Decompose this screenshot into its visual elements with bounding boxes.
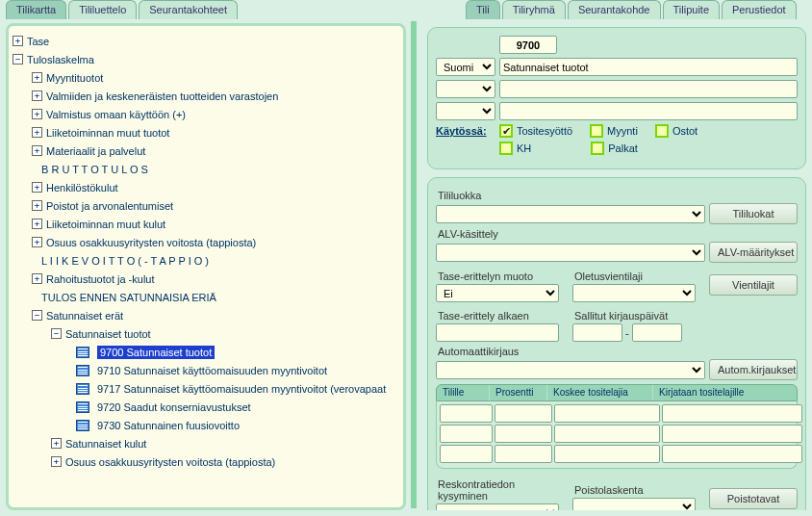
tililuokka-select[interactable] <box>436 205 705 223</box>
tree-node[interactable]: Rahoitustuotot ja -kulut <box>46 273 155 285</box>
tab-tililuettelo[interactable]: Tililuettelo <box>68 0 137 19</box>
alv-button[interactable]: ALV-määritykset <box>709 242 798 263</box>
tree-leaf-9710[interactable]: 9710 Satunnaiset käyttöomaisuuden myynti… <box>97 365 327 376</box>
tree-leaf-9700[interactable]: 9700 Satunnaiset tuotot <box>97 346 215 359</box>
panel-divider[interactable] <box>411 21 417 508</box>
reskontra-select[interactable] <box>436 503 559 510</box>
oletusvientilaji-select[interactable] <box>572 284 696 302</box>
tree-leaf-9720[interactable]: 9720 Saadut konserniavustukset <box>97 401 251 413</box>
cb-label: KH <box>517 142 531 154</box>
tase-muoto-select[interactable]: Ei <box>436 284 559 302</box>
collapse-icon[interactable]: − <box>13 54 23 64</box>
tree-node-tase[interactable]: Tase <box>27 36 49 47</box>
date-to-input[interactable] <box>632 323 682 342</box>
tab-tiliryhma[interactable]: Tiliryhmä <box>502 0 566 19</box>
tab-tili[interactable]: Tili <box>466 0 500 19</box>
alv-select[interactable] <box>436 244 705 262</box>
cell-kirjataan[interactable] <box>662 425 802 443</box>
tree-node[interactable]: Osuus osakkuusyritysten voitosta (tappio… <box>46 237 256 248</box>
account-tree[interactable]: +Tase −Tuloslaskelma +Myyntituotot +Valm… <box>13 32 399 471</box>
collapse-icon[interactable]: − <box>32 310 42 321</box>
expand-icon[interactable]: + <box>32 237 42 247</box>
th-prosentti: Prosentti <box>490 385 547 400</box>
tree-node-liikevoitto[interactable]: L I I K E V O I T T O ( - T A P P I O ) <box>41 255 209 267</box>
cell-prosentti[interactable] <box>495 404 552 423</box>
tree-panel: +Tase −Tuloslaskelma +Myyntituotot +Valm… <box>6 23 406 510</box>
expand-icon[interactable]: + <box>32 145 42 156</box>
cell-prosentti[interactable] <box>495 445 552 463</box>
date-from-input[interactable] <box>572 323 622 342</box>
expand-icon[interactable]: + <box>32 127 42 138</box>
cell-tilille[interactable] <box>440 425 493 443</box>
cell-koskee[interactable] <box>554 404 660 423</box>
kaytossa-label: Käytössä: <box>436 125 495 137</box>
tree-node-satunnaiset-tuotot[interactable]: Satunnaiset tuotot <box>65 328 151 340</box>
tree-node[interactable]: Valmiiden ja keskeneräisten tuotteiden v… <box>46 90 278 102</box>
automaatti-select[interactable] <box>436 361 705 379</box>
language-select-2[interactable] <box>436 80 495 98</box>
cb-label: Myynti <box>607 125 638 137</box>
checkbox-myynti[interactable] <box>590 124 603 138</box>
account-icon <box>76 383 89 395</box>
tililuokat-button[interactable]: Tililuokat <box>709 203 798 224</box>
name3-input[interactable] <box>499 102 798 120</box>
poistotavat-button[interactable]: Poistotavat <box>709 488 798 509</box>
expand-icon[interactable]: + <box>13 36 23 46</box>
account-number-input[interactable] <box>499 36 557 54</box>
tree-node[interactable]: Liiketoiminnan muut tuotot <box>46 127 169 139</box>
expand-icon[interactable]: + <box>32 200 42 211</box>
cell-kirjataan[interactable] <box>662 404 802 423</box>
tree-node[interactable]: Myyntituotot <box>46 72 103 84</box>
collapse-icon[interactable]: − <box>51 328 62 339</box>
cell-koskee[interactable] <box>554 445 660 463</box>
tase-alkaen-input[interactable] <box>436 323 559 342</box>
language-select[interactable]: Suomi <box>436 58 495 76</box>
tree-leaf-9717[interactable]: 9717 Satunnaiset käyttöomaisuuden myynti… <box>97 383 386 395</box>
autom-button[interactable]: Autom.kirjaukset <box>709 359 798 380</box>
tree-node[interactable]: Satunnaiset kulut <box>65 438 146 450</box>
th-koskee: Koskee tositelajia <box>547 385 653 400</box>
expand-icon[interactable]: + <box>32 273 42 284</box>
vientilajit-button[interactable]: Vientilajit <box>709 274 798 296</box>
language-select-3[interactable] <box>436 102 495 120</box>
tree-node-bruttotulos[interactable]: B R U T T O T U L O S <box>41 164 148 175</box>
cell-tilille[interactable] <box>440 404 493 423</box>
account-icon <box>76 401 89 413</box>
expand-icon[interactable]: + <box>32 72 42 83</box>
tase-muoto-label: Tase-erittelyn muoto <box>438 271 559 282</box>
tab-seurantakohde[interactable]: Seurantakohde <box>568 0 661 19</box>
cell-koskee[interactable] <box>554 425 660 443</box>
tree-node-satunnaiset-erat[interactable]: Satunnaiset erät <box>46 310 123 322</box>
expand-icon[interactable]: + <box>51 456 62 467</box>
expand-icon[interactable]: + <box>32 109 42 119</box>
tree-node[interactable]: Osuus osakkuusyritysten voitosta (tappio… <box>65 456 275 468</box>
tree-node-tuloslaskelma[interactable]: Tuloslaskelma <box>27 54 94 65</box>
tree-leaf-9730[interactable]: 9730 Satunnainen fuusiovoitto <box>97 420 240 431</box>
expand-icon[interactable]: + <box>32 219 42 229</box>
checkbox-kh[interactable] <box>499 142 513 155</box>
expand-icon[interactable]: + <box>32 182 42 193</box>
checkbox-palkat[interactable] <box>591 142 604 155</box>
name2-input[interactable] <box>499 80 798 98</box>
tab-seurantakohteet[interactable]: Seurantakohteet <box>139 0 238 19</box>
cell-kirjataan[interactable] <box>662 445 802 463</box>
tree-node[interactable]: Liiketoiminnan muut kulut <box>46 219 165 230</box>
tab-tilikartta[interactable]: Tilikartta <box>6 0 66 19</box>
group-basic: Suomi Käytössä: ✔Tositesyöttö Myynti Ost… <box>427 27 806 169</box>
tab-perustiedot[interactable]: Perustiedot <box>722 0 797 19</box>
right-panel: Suomi Käytössä: ✔Tositesyöttö Myynti Ost… <box>421 23 812 510</box>
tree-node-tulos-ennen[interactable]: TULOS ENNEN SATUNNAISIA ERIÄ <box>41 292 216 303</box>
cell-tilille[interactable] <box>440 445 493 463</box>
name1-input[interactable] <box>499 58 798 76</box>
tab-tilipuite[interactable]: Tilipuite <box>663 0 721 19</box>
tree-node[interactable]: Poistot ja arvonalentumiset <box>46 200 173 212</box>
checkbox-ostot[interactable] <box>655 124 669 138</box>
checkbox-tositesyotto[interactable]: ✔ <box>499 124 513 138</box>
tree-node[interactable]: Valmistus omaan käyttöön (+) <box>46 109 186 120</box>
cell-prosentti[interactable] <box>495 425 552 443</box>
tree-node[interactable]: Materiaalit ja palvelut <box>46 145 145 157</box>
expand-icon[interactable]: + <box>32 90 42 101</box>
tree-node[interactable]: Henkilöstökulut <box>46 182 118 194</box>
expand-icon[interactable]: + <box>51 438 62 449</box>
poistolaskenta-select[interactable] <box>572 498 696 510</box>
